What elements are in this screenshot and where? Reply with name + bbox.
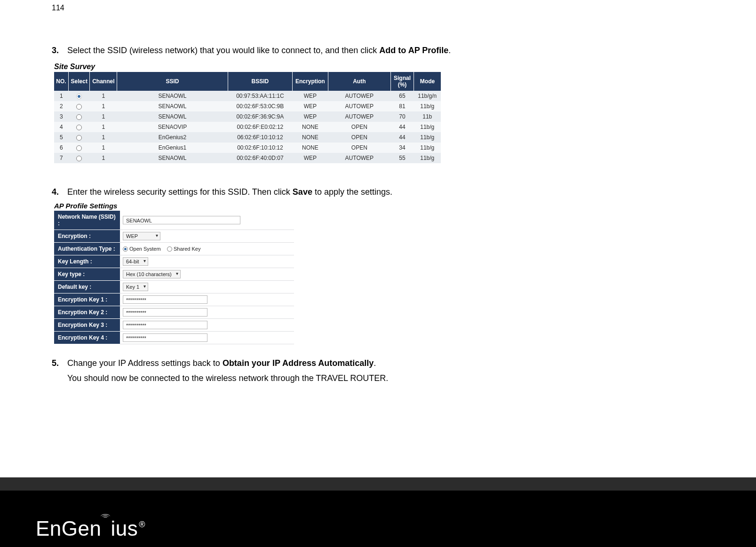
cell-no: 2 [54, 101, 69, 111]
cell-channel: 1 [90, 122, 117, 132]
auth-shared-label: Shared Key [174, 246, 200, 252]
table-row: 21SENAOWL00:02:6F:53:0C:9BWEPAUTOWEP8111… [54, 101, 441, 111]
cell-mode: 11b/g [414, 153, 441, 163]
cell-encryption: NONE [292, 122, 328, 132]
select-radio[interactable] [76, 156, 82, 161]
step-5-number: 5. [52, 358, 67, 368]
ap-profile-table: Network Name (SSID) : SENAOWL Encryption… [54, 211, 294, 344]
auth-open-radio[interactable] [123, 246, 128, 252]
cell-encryption: WEP [292, 91, 328, 101]
cell-mode: 11b/g [414, 143, 441, 153]
survey-header-channel: Channel [90, 72, 117, 91]
key1-label: Encryption Key 1 : [54, 293, 120, 306]
ap-profile-title: AP Profile Settings [54, 202, 294, 210]
cell-ssid: SENAOWL [117, 101, 228, 111]
cell-mode: 11b [414, 111, 441, 122]
step-4-number: 4. [52, 187, 67, 197]
select-radio[interactable] [76, 145, 82, 151]
key3-input[interactable]: ********** [123, 321, 207, 329]
cell-channel: 1 [90, 91, 117, 101]
survey-header-no: NO. [54, 72, 69, 91]
cell-signal: 44 [390, 122, 414, 132]
defaultkey-label: Default key : [54, 280, 120, 293]
cell-mode: 11b/g [414, 101, 441, 111]
key2-input[interactable]: ********** [123, 308, 207, 317]
cell-bssid: 00:02:6F:40:0D:07 [228, 153, 292, 163]
auth-open-label: Open System [129, 246, 161, 252]
select-radio[interactable] [76, 125, 82, 130]
key3-label: Encryption Key 3 : [54, 318, 120, 331]
cell-no: 7 [54, 153, 69, 163]
step-3-text: Select the SSID (wireless network) that … [67, 45, 451, 56]
step-5-subtext: You should now be connected to the wirel… [67, 373, 704, 384]
table-row: 31SENAOWL00:02:6F:36:9C:9AWEPAUTOWEP7011… [54, 111, 441, 122]
cell-auth: AUTOWEP [328, 101, 390, 111]
defaultkey-select[interactable]: Key 1 [123, 283, 148, 291]
keytype-label: Key type : [54, 268, 120, 280]
survey-header-auth: Auth [328, 72, 390, 91]
cell-no: 6 [54, 143, 69, 153]
cell-ssid: EnGenius1 [117, 143, 228, 153]
select-radio[interactable] [76, 104, 82, 110]
ap-profile-screenshot: AP Profile Settings Network Name (SSID) … [54, 202, 294, 344]
cell-signal: 70 [390, 111, 414, 122]
cell-channel: 1 [90, 132, 117, 143]
cell-bssid: 00:97:53:AA:11:1C [228, 91, 292, 101]
site-survey-screenshot: Site Survey NO. Select Channel [54, 63, 441, 176]
cell-auth: AUTOWEP [328, 153, 390, 163]
table-row: 71SENAOWL00:02:6F:40:0D:07WEPAUTOWEP5511… [54, 153, 441, 163]
auth-shared-radio[interactable] [167, 246, 172, 252]
footer-strip [0, 477, 756, 491]
ssid-label: Network Name (SSID) : [54, 211, 120, 230]
key1-input[interactable]: ********** [123, 295, 207, 304]
select-radio[interactable] [76, 94, 82, 99]
select-radio[interactable] [76, 114, 82, 120]
survey-header-row: NO. Select Channel SSID BSSID Encryption… [54, 72, 441, 91]
site-survey-table: NO. Select Channel SSID BSSID Encryption… [54, 72, 441, 163]
cell-signal: 34 [390, 143, 414, 153]
keylen-select[interactable]: 64-bit [123, 257, 148, 266]
cell-signal: 81 [390, 101, 414, 111]
step-5: 5. Change your IP Address settings back … [52, 357, 704, 369]
cell-encryption: NONE [292, 143, 328, 153]
key2-label: Encryption Key 2 : [54, 306, 120, 318]
cell-mode: 11b/g [414, 122, 441, 132]
select-radio[interactable] [76, 135, 82, 141]
step-3-number: 3. [52, 46, 67, 55]
cell-no: 5 [54, 132, 69, 143]
key4-input[interactable]: ********** [123, 333, 207, 342]
key4-label: Encryption Key 4 : [54, 331, 120, 344]
cell-auth: OPEN [328, 143, 390, 153]
cell-ssid: SENAOWL [117, 91, 228, 101]
cell-mode: 11b/g [414, 132, 441, 143]
survey-header-ssid: SSID [117, 72, 228, 91]
survey-header-select: Select [69, 72, 90, 91]
cell-mode: 11b/g/n [414, 91, 441, 101]
table-row: 41SENAOVIP00:02:6F:E0:02:12NONEOPEN4411b… [54, 122, 441, 132]
site-survey-title: Site Survey [54, 63, 441, 71]
step-5-text: Change your IP Address settings back to … [67, 357, 376, 369]
cell-encryption: WEP [292, 101, 328, 111]
cell-auth: AUTOWEP [328, 111, 390, 122]
cell-bssid: 00:02:6F:10:10:12 [228, 143, 292, 153]
cell-channel: 1 [90, 111, 117, 122]
survey-header-mode: Mode [414, 72, 441, 91]
step-4-text: Enter the wireless security settings for… [67, 186, 392, 198]
cell-channel: 1 [90, 143, 117, 153]
cell-ssid: SENAOWL [117, 111, 228, 122]
page-number: 114 [52, 4, 64, 12]
keytype-select[interactable]: Hex (10 characters) [123, 270, 181, 278]
ssid-input[interactable]: SENAOWL [123, 216, 240, 224]
cell-ssid: EnGenius2 [117, 132, 228, 143]
cell-signal: 44 [390, 132, 414, 143]
cell-bssid: 00:02:6F:53:0C:9B [228, 101, 292, 111]
cell-signal: 55 [390, 153, 414, 163]
cell-auth: OPEN [328, 122, 390, 132]
cell-encryption: NONE [292, 132, 328, 143]
cell-ssid: SENAOWL [117, 153, 228, 163]
footer: EnGenius® [0, 477, 756, 547]
survey-header-bssid: BSSID [228, 72, 292, 91]
cell-signal: 65 [390, 91, 414, 101]
encryption-select[interactable]: WEP [123, 232, 160, 240]
step-4: 4. Enter the wireless security settings … [52, 186, 704, 198]
